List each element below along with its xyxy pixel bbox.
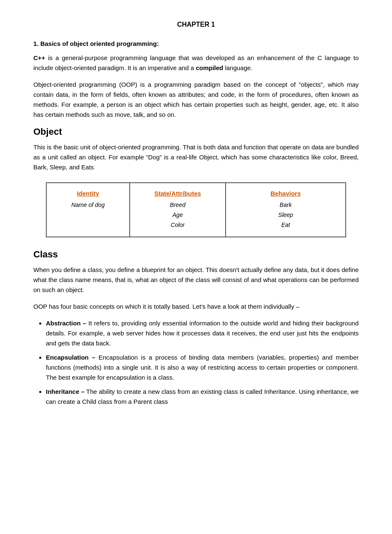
abstraction-text: It refers to, providing only essential i…	[46, 320, 359, 347]
behaviors-cell: Behaviors Bark Sleep Eat	[226, 183, 345, 237]
section1-heading: 1. Basics of object oriented programming…	[33, 40, 359, 47]
bullet-inheritance: Inheritance – The ability to create a ne…	[46, 387, 359, 407]
identity-item-1: Name of dog	[71, 200, 105, 210]
bullet-abstraction: Abstraction – It refers to, providing on…	[46, 318, 359, 348]
behaviors-header: Behaviors	[271, 190, 301, 197]
inheritance-term: Inheritance	[46, 388, 79, 395]
compiled-label: compiled	[196, 64, 223, 71]
state-item-1: Breed	[170, 200, 185, 210]
behaviors-item-3: Eat	[281, 220, 290, 230]
cpp-label: C++	[33, 54, 45, 61]
encapsulation-term: Encapsulation	[46, 354, 89, 361]
object-paragraph: This is the basic unit of object-oriente…	[33, 142, 359, 172]
state-cell: State/Attributes Breed Age Color	[130, 183, 226, 237]
chapter-title: CHAPTER 1	[33, 21, 359, 28]
abstraction-term: Abstraction	[46, 320, 80, 327]
intro-paragraph-1: C++ is a general-purpose programming lan…	[33, 53, 359, 73]
dog-diagram: Identity Name of dog State/Attributes Br…	[46, 182, 346, 237]
state-header: State/Attributes	[154, 190, 201, 197]
object-heading: Object	[33, 126, 359, 137]
state-item-3: Color	[171, 220, 184, 230]
class-paragraph-1: When you define a class, you define a bl…	[33, 265, 359, 295]
behaviors-item-1: Bark	[280, 200, 292, 210]
bullet-encapsulation: Encapsulation – Encapsulation is a proce…	[46, 353, 359, 383]
class-heading: Class	[33, 249, 359, 260]
inheritance-text: The ability to create a new class from a…	[46, 388, 359, 405]
intro-para1-end: language.	[225, 64, 252, 71]
identity-header: Identity	[77, 190, 99, 197]
intro-paragraph-2: Object-oriented programming (OOP) is a p…	[33, 80, 359, 120]
identity-cell: Identity Name of dog	[47, 183, 130, 237]
concepts-list: Abstraction – It refers to, providing on…	[46, 318, 359, 407]
state-item-2: Age	[173, 210, 183, 220]
class-paragraph-2: OOP has four basic concepts on which it …	[33, 302, 359, 312]
behaviors-item-2: Sleep	[278, 210, 293, 220]
